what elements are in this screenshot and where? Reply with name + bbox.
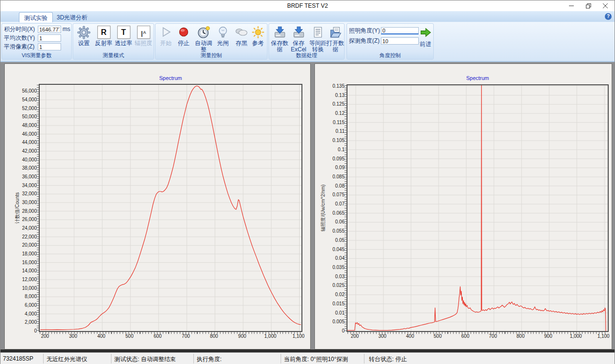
window-title: BRDF TEST V2 (0, 2, 615, 9)
y-tick-label: 0.045 (317, 247, 345, 252)
store-dark-button[interactable]: 存黑 (232, 25, 251, 52)
x-tick-label: 200 (33, 333, 57, 339)
y-tick-label: 0.01 (317, 310, 345, 316)
y-tick-label: 24,000 (10, 225, 37, 231)
save-excel-button[interactable]: 保存ExCel (289, 25, 308, 52)
y-tick-label: 46,000 (10, 131, 37, 137)
status-bar: 7324185SP 无近红外光谱仪 测试状态: 自动调整结束 执行角度: 当前角… (0, 352, 615, 364)
integration-time-input[interactable] (38, 26, 61, 33)
y-tick-label: 32,000 (10, 191, 37, 196)
irradiance-plot (347, 84, 609, 332)
counts-chart-panel: Spectrum 计数值/Counts 02,0004,0006,0008,00… (4, 63, 311, 349)
y-tick-label: 52,000 (10, 106, 37, 111)
y-tick-label: 0.02 (317, 292, 345, 297)
y-tick-label: 36,000 (10, 174, 37, 179)
y-tick-label: 44,000 (10, 140, 37, 145)
green-forward-arrow-icon (418, 27, 433, 41)
y-tick-label: 18,000 (10, 251, 37, 256)
y-tick-label: 0.13 (317, 93, 345, 98)
stop-button[interactable]: 停止 (175, 25, 192, 52)
y-tick-label: 50,000 (10, 114, 37, 119)
reference-button[interactable]: 参考 (249, 25, 267, 52)
y-tick-label: 0.075 (317, 192, 345, 197)
y-tick-label: 14,000 (10, 268, 37, 273)
irradiance-button[interactable]: IA 辐照度 (133, 25, 154, 52)
x-tick-label: 600 (453, 333, 477, 339)
x-tick-label: 500 (117, 333, 142, 339)
gear-icon (75, 26, 93, 40)
status-device-type: 无近红外光谱仪 (47, 355, 87, 364)
x-tick-label: 900 (536, 333, 560, 339)
y-tick-label: 0.015 (317, 301, 345, 306)
y-tick-label: 0.06 (317, 219, 345, 224)
average-count-input[interactable] (38, 34, 61, 42)
y-tick-label: 56,000 (10, 88, 37, 94)
settings-button[interactable]: 设置 (75, 25, 93, 52)
tab-test-experiment[interactable]: 测试实验 (19, 12, 53, 22)
shutter-button[interactable]: 光闸 (214, 25, 232, 52)
x-tick-label: 800 (508, 333, 533, 339)
status-test-state: 测试状态: 自动调整结束 (114, 355, 176, 364)
y-tick-label: 0.095 (317, 156, 345, 161)
y-tick-label: 0.08 (317, 183, 345, 189)
y-tick-label: 20,000 (10, 242, 37, 248)
minimize-icon (569, 3, 574, 8)
help-icon[interactable]: ? (605, 13, 612, 20)
advance-button[interactable]: 前进 (418, 26, 433, 53)
y-tick-label: 0.005 (317, 319, 345, 324)
y-tick-label: 0 (10, 328, 37, 333)
x-tick-label: 1,000 (258, 333, 283, 339)
y-tick-label: 30,000 (10, 200, 37, 205)
app-window: BRDF TEST V2 测试实验 3D光谱分析 ? 积分时间(X)ms 平均次… (0, 0, 615, 364)
y-tick-label: 0.085 (317, 174, 345, 179)
timer-clock-icon (193, 26, 214, 40)
chart-title: Spectrum (347, 75, 609, 81)
y-tick-label: 2,000 (10, 319, 37, 325)
minimize-button[interactable] (563, 0, 580, 11)
y-tick-label: 54,000 (10, 97, 37, 102)
equal-interval-convert-button[interactable]: 等间距转换 (308, 25, 328, 52)
transmittance-button[interactable]: T 透过率 (114, 25, 133, 52)
stop-circle-icon (175, 26, 192, 40)
start-button[interactable]: 开始 (157, 25, 174, 52)
status-separator (193, 354, 194, 364)
x-tick-label: 600 (145, 333, 170, 339)
y-tick-label: 8,000 (10, 294, 37, 299)
light-bulb-icon (214, 26, 232, 40)
x-tick-label: 400 (398, 333, 422, 339)
y-tick-label: 0.105 (317, 138, 345, 143)
group-caption: 角度控制 (347, 52, 433, 59)
status-separator (364, 354, 364, 364)
x-tick-label: 200 (343, 333, 367, 339)
tab-bar: 测试实验 3D光谱分析 ? (0, 11, 615, 22)
illumination-angle-input[interactable] (381, 27, 419, 34)
save-disk-icon (270, 26, 289, 40)
y-tick-label: 0.055 (317, 228, 345, 234)
status-exec-angle: 执行角度: (197, 355, 221, 364)
y-tick-label: 6,000 (10, 302, 37, 308)
x-tick-label: 1,100 (591, 333, 615, 339)
status-separator (43, 354, 44, 364)
group-vis-params: 积分时间(X)ms 平均次数(Y) 平滑像素(Z) VIS测量参数 (1, 23, 72, 60)
tab-3d-spectrum-analysis[interactable]: 3D光谱分析 (52, 12, 92, 22)
save-data-button[interactable]: 保存数据 (270, 25, 289, 52)
y-tick-label: 40,000 (10, 157, 37, 162)
y-tick-label: 0 (317, 328, 345, 333)
save-excel-icon (289, 26, 308, 40)
y-tick-label: 26,000 (10, 217, 37, 222)
status-current-angle: 当前角度: 0°照明10°探测 (284, 355, 348, 364)
open-data-button[interactable]: 打开数据 (326, 25, 345, 52)
reflectance-button[interactable]: R 反射率 (94, 25, 113, 52)
play-icon (157, 26, 174, 40)
restore-button[interactable] (580, 0, 597, 11)
ribbon: 积分时间(X)ms 平均次数(Y) 平滑像素(Z) VIS测量参数 (0, 22, 615, 62)
y-tick-label: 22,000 (10, 234, 37, 239)
auto-adjust-button[interactable]: 自动调整 (193, 25, 214, 52)
close-button[interactable] (597, 0, 614, 11)
y-tick-label: 0.125 (317, 101, 345, 107)
smooth-pixel-input[interactable] (38, 43, 61, 50)
group-caption: 测量控制 (156, 52, 267, 59)
close-icon (603, 3, 608, 8)
y-tick-label: 28,000 (10, 208, 37, 214)
detection-angle-input[interactable] (381, 37, 419, 45)
